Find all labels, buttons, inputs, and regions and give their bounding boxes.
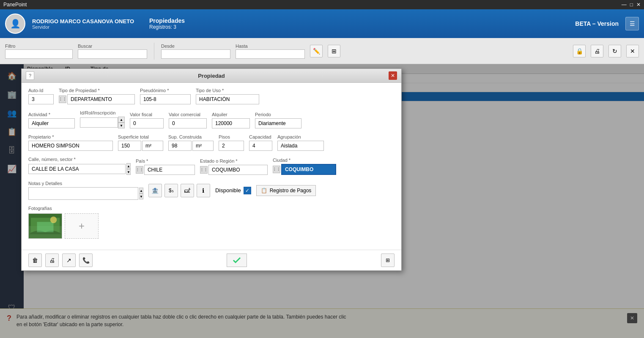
filtro-select[interactable]: [5, 49, 73, 59]
notas-down-btn[interactable]: ▼: [139, 194, 143, 199]
pisos-label: Pisos: [219, 134, 244, 139]
print-btn[interactable]: 🖨: [45, 254, 59, 267]
estado-group: Estado o Región * ⋮⋮ COQUIMBO SANTIAGO V…: [200, 158, 268, 175]
close-toolbar-btn[interactable]: ✕: [626, 45, 639, 57]
calle-down-btn[interactable]: ▼: [126, 169, 131, 175]
auto-id-group: Auto-Id: [28, 88, 54, 104]
estado-label: Estado o Región *: [200, 158, 268, 164]
edit-icon-btn[interactable]: ✏️: [310, 45, 323, 57]
form-row-3: Propietario * Superficie total m² Sup. C…: [28, 134, 395, 151]
user-name: RODRIGO MARCO CASANOVA ONETO: [32, 18, 134, 25]
sup-construida-input[interactable]: [168, 141, 192, 151]
calle-group: Calle, número, sector * ▲ ▼: [28, 157, 131, 175]
filtro-label: Filtro: [5, 44, 73, 49]
superficie-total-unit[interactable]: m²: [142, 141, 163, 151]
agrupacion-select[interactable]: Aislada Pareada Continua: [277, 141, 324, 151]
capacidad-group: Capacidad: [249, 134, 272, 151]
propietario-input[interactable]: [28, 141, 113, 151]
calle-input[interactable]: [28, 164, 126, 174]
main-layout: 🏠 🏢 👥 📋 🗄 📈 🛡 ⚙ Disponible ID Tipo de 1 …: [0, 64, 644, 338]
photos-row: +: [28, 213, 395, 239]
periodo-select[interactable]: Diariamente Mensualmente Anualmente: [255, 118, 301, 128]
confirm-btn[interactable]: [227, 254, 247, 267]
tipo-uso-label: Tipo de Uso *: [196, 88, 259, 93]
tipo-uso-input[interactable]: [196, 94, 259, 104]
tipo-propiedad-grid-icon[interactable]: ⋮⋮: [59, 95, 66, 103]
sup-construida-unit[interactable]: m²: [192, 141, 214, 151]
ciudad-select[interactable]: COQUIMBO LA SERENA OVALLE: [281, 164, 336, 175]
superficie-total-input[interactable]: [118, 141, 141, 151]
share-btn[interactable]: ↗: [62, 254, 76, 267]
photo-add-btn[interactable]: +: [65, 213, 99, 239]
pais-grid-icon[interactable]: ⋮⋮: [136, 166, 143, 174]
notas-label: Notas y Detalles: [28, 181, 143, 186]
hasta-input[interactable]: [236, 49, 305, 59]
pais-group: País * ⋮⋮ CHILE ARGENTINA PERÚ: [136, 158, 195, 175]
valor-comercial-input[interactable]: [169, 118, 207, 128]
notas-input[interactable]: [28, 187, 138, 200]
delete-btn[interactable]: 🗑: [28, 254, 42, 267]
id-rol-input[interactable]: [80, 117, 118, 128]
modal-help-btn[interactable]: ?: [26, 71, 34, 80]
estado-select-wrap: ⋮⋮ COQUIMBO SANTIAGO VALPARAÍSO: [200, 165, 268, 175]
tipo-propiedad-group: Tipo de Propiedad * ⋮⋮ DEPARTAMENTO CASA…: [59, 88, 135, 104]
auto-id-input[interactable]: [28, 94, 54, 104]
minimize-btn[interactable]: —: [622, 2, 627, 8]
pais-select[interactable]: CHILE ARGENTINA PERÚ: [144, 165, 195, 175]
propietario-group: Propietario *: [28, 134, 113, 151]
buscar-input[interactable]: [78, 49, 147, 59]
notas-up-btn[interactable]: ▲: [139, 188, 143, 194]
ciudad-select-wrap: ⋮⋮ COQUIMBO LA SERENA OVALLE: [273, 164, 336, 175]
modal-close-btn[interactable]: ✕: [389, 71, 397, 80]
dollar-icon-btn[interactable]: $₅: [164, 184, 178, 197]
lock-icon-btn[interactable]: 🔒: [573, 45, 586, 57]
notas-group: Notas y Detalles ▲ ▼: [28, 181, 143, 200]
id-rol-up-btn[interactable]: ▲: [118, 117, 125, 123]
maximize-btn[interactable]: □: [630, 2, 633, 8]
building-icon-btn[interactable]: 🏦: [148, 184, 162, 197]
disponible-checkbox[interactable]: ✓: [244, 187, 251, 194]
tipo-uso-group: Tipo de Uso *: [196, 88, 259, 104]
auto-id-label: Auto-Id: [28, 88, 54, 93]
desde-group: Desde: [161, 44, 230, 59]
notas-spinner: ▲ ▼: [139, 188, 143, 199]
form-row-1: Auto-Id Tipo de Propiedad * ⋮⋮ DEPARTAME…: [28, 88, 395, 104]
form-row-4: Calle, número, sector * ▲ ▼ País * ⋮⋮: [28, 157, 395, 175]
registro-label: Registro de Pagos: [270, 188, 312, 194]
info-icon-btn[interactable]: ℹ: [197, 184, 210, 197]
desde-input[interactable]: [161, 49, 230, 59]
close-window-btn[interactable]: ✕: [636, 2, 641, 8]
capacidad-input[interactable]: [249, 141, 272, 151]
estado-grid-icon[interactable]: ⋮⋮: [200, 166, 208, 174]
user-info: RODRIGO MARCO CASANOVA ONETO Servidor: [32, 18, 134, 30]
sofa-icon-btn[interactable]: 🛋: [181, 184, 194, 197]
ciudad-grid-icon[interactable]: ⋮⋮: [273, 166, 280, 173]
hasta-group: Hasta: [236, 44, 305, 59]
actividad-select[interactable]: Alquiler Venta Ambos: [28, 118, 75, 128]
id-rol-down-btn[interactable]: ▼: [118, 123, 125, 128]
estado-select[interactable]: COQUIMBO SANTIAGO VALPARAÍSO: [208, 165, 268, 175]
title-bar: PanePoint — □ ✕: [0, 0, 644, 9]
photo-thumb-1[interactable]: [28, 213, 62, 239]
grid-icon-btn[interactable]: ⊞: [328, 45, 340, 57]
alquiler-input[interactable]: [212, 118, 250, 128]
phone-btn[interactable]: 📞: [79, 254, 93, 267]
pseudonimo-input[interactable]: [140, 94, 191, 104]
valor-fiscal-group: Valor fiscal: [130, 112, 164, 128]
print-icon-btn[interactable]: 🖨: [591, 45, 603, 57]
agrupacion-label: Agrupación: [277, 134, 324, 139]
calle-spinner: ▲ ▼: [126, 163, 131, 175]
header-menu-icon[interactable]: ☰: [625, 17, 639, 30]
fotos-label: Fotografías: [28, 206, 395, 211]
pais-label: País *: [136, 158, 195, 164]
pisos-select[interactable]: 2 1 3: [219, 141, 244, 151]
registro-pagos-btn[interactable]: 📋 Registro de Pagos: [256, 185, 316, 196]
valor-fiscal-input[interactable]: [130, 118, 164, 128]
app-title: PanePoint: [3, 2, 27, 8]
tipo-propiedad-select[interactable]: DEPARTAMENTO CASA OFICINA: [67, 94, 135, 104]
refresh-icon-btn[interactable]: ↻: [608, 45, 621, 57]
footer-grid-btn[interactable]: ⊞: [381, 254, 395, 267]
sup-construida-group: Sup. Construida m²: [168, 134, 214, 151]
modal-propiedad: ? Propiedad ✕ Auto-Id Tipo de Propiedad …: [21, 68, 402, 271]
calle-up-btn[interactable]: ▲: [126, 163, 131, 169]
